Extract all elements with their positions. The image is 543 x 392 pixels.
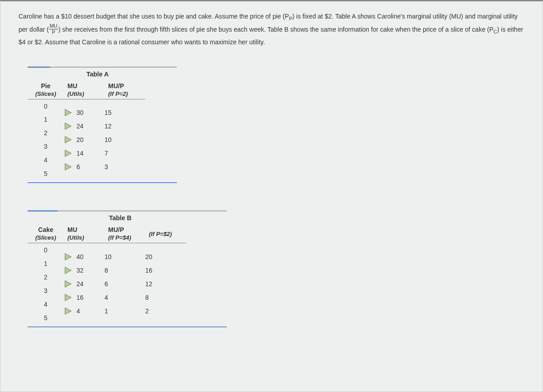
table-a: Table A Pie (Slices) MU (Utils) MU/P (If… <box>28 66 524 184</box>
mu-per-p4-value: 6 <box>105 277 108 291</box>
mu-per-p2-value: 8 <box>145 291 149 304</box>
subscript-c: C <box>494 28 497 34</box>
arrow-right-icon <box>64 121 74 131</box>
table-b-header-slices: Cake (Slices) <box>28 224 64 243</box>
mu-per-p2-value: 16 <box>145 264 152 277</box>
table-top-rule <box>28 66 177 68</box>
mu-per-p2-value: 2 <box>145 304 149 318</box>
arrow-right-icon <box>64 108 74 118</box>
mu-per-p4-value: 4 <box>105 291 108 304</box>
prompt-text: ) she receives from the first through fi… <box>58 26 494 33</box>
mu-per-p-cell: 3 <box>105 167 145 180</box>
table-b-title: Table B <box>28 213 524 224</box>
mu-per-p-cell: 10 <box>105 140 145 153</box>
mu-per-p4-value: 8 <box>105 264 108 277</box>
mu-value: 30 <box>74 109 93 116</box>
mu-per-p2-value: 20 <box>145 250 152 264</box>
mu-value: 4 <box>74 307 89 315</box>
slice-value: 3 <box>28 140 64 153</box>
mu-per-p2-cell: 8 <box>145 298 186 311</box>
prompt-text: Caroline has a $10 dessert budget that s… <box>19 13 289 20</box>
fraction-mu-over-p: MUP <box>49 24 58 35</box>
mu-value: 40 <box>74 253 93 260</box>
mu-per-p4-value: 10 <box>105 250 112 264</box>
mu-value: 24 <box>74 123 93 130</box>
mu-per-p4-value: 1 <box>105 304 108 318</box>
mu-per-p4-cell: 6 <box>105 284 145 298</box>
slice-value: 5 <box>28 311 64 325</box>
table-b-header-mu-per-p4: MU/P (If P=$4) <box>105 224 145 243</box>
arrow-right-icon <box>64 252 74 262</box>
table-b-header-mu-per-p2: (If P=$2) <box>145 224 186 243</box>
mu-per-p4-cell: 8 <box>105 270 145 284</box>
slice-value: 2 <box>28 126 64 140</box>
mu-cell: 4 <box>64 311 105 325</box>
slice-value: 1 <box>28 257 64 270</box>
table-a-header-mu: MU (Utils) <box>64 80 105 99</box>
mu-per-p-cell: 7 <box>105 153 145 167</box>
arrow-right-icon <box>64 306 74 316</box>
slice-value: 2 <box>28 270 64 284</box>
table-row: 5412 <box>28 311 186 325</box>
slice-value: 1 <box>28 113 64 126</box>
slice-value: 0 <box>28 99 64 113</box>
mu-per-p-value: 10 <box>105 133 112 146</box>
mu-value: 14 <box>74 150 93 157</box>
subscript-p: P <box>289 16 292 21</box>
mu-per-p-value: 15 <box>105 106 112 119</box>
table-top-rule <box>28 210 227 212</box>
table-bottom-rule <box>28 182 177 183</box>
arrow-right-icon <box>64 279 74 289</box>
mu-value: 32 <box>74 267 93 274</box>
table-a-header-slices: Pie (Slices) <box>28 80 64 99</box>
problem-prompt: Caroline has a $10 dessert budget that s… <box>19 10 524 48</box>
mu-value: 20 <box>74 136 93 143</box>
mu-per-p-value: 7 <box>105 146 108 160</box>
mu-per-p4-cell: 10 <box>105 257 145 270</box>
mu-per-p-value: 12 <box>105 119 112 133</box>
slice-value: 5 <box>28 167 64 180</box>
table-b-header-mu: MU (Utils) <box>64 224 105 243</box>
mu-value: 16 <box>74 294 93 301</box>
slice-value: 3 <box>28 284 64 298</box>
mu-per-p4-cell: 4 <box>105 298 145 311</box>
slice-value: 0 <box>28 243 64 257</box>
arrow-right-icon <box>64 265 74 275</box>
mu-cell: 6 <box>64 167 105 180</box>
mu-value: 24 <box>74 280 93 288</box>
mu-per-p2-value: 12 <box>145 277 152 291</box>
arrow-right-icon <box>64 135 74 145</box>
mu-per-p2-cell: 2 <box>145 311 186 325</box>
table-bottom-rule <box>28 326 227 327</box>
table-row: 563 <box>28 167 145 180</box>
table-a-title: Table A <box>28 69 524 80</box>
mu-value: 6 <box>74 163 89 170</box>
slice-value: 4 <box>28 153 64 167</box>
mu-per-p-value: 3 <box>105 160 108 174</box>
arrow-right-icon <box>64 293 74 302</box>
arrow-right-icon <box>64 162 74 172</box>
arrow-right-icon <box>64 148 74 158</box>
mu-per-p2-cell: 12 <box>145 284 186 298</box>
table-a-header-mu-per-p: MU/P (If P=2) <box>105 80 145 99</box>
mu-per-p4-cell: 1 <box>105 311 145 325</box>
table-b: Table B Cake (Slices) MU (Utils) MU/P (I… <box>28 210 524 327</box>
slice-value: 4 <box>28 298 64 311</box>
